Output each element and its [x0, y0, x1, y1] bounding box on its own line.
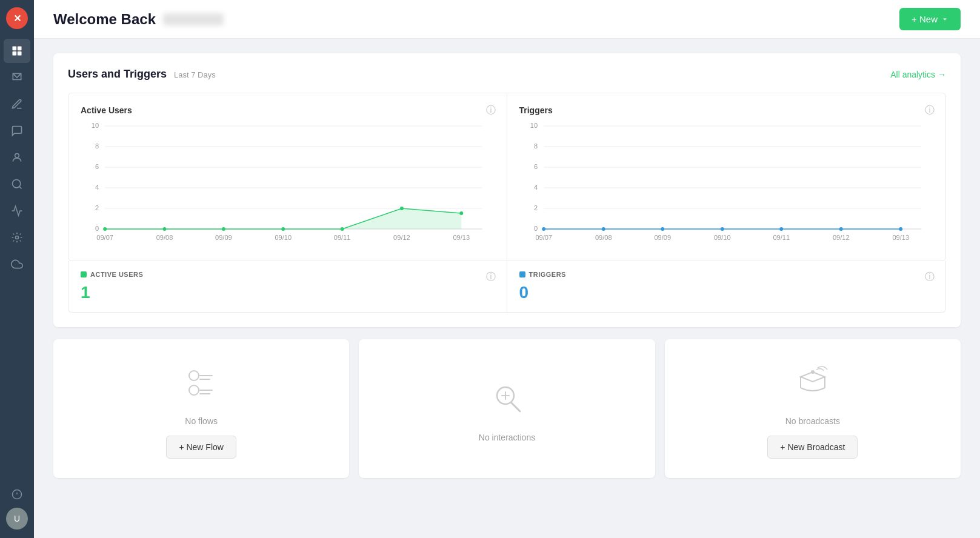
svg-text:6: 6: [533, 163, 537, 170]
svg-point-29: [341, 227, 344, 231]
svg-text:09/07: 09/07: [535, 234, 552, 241]
triggers-value: 0: [519, 283, 934, 302]
active-users-stat: ACTIVE USERS 1 ⓘ: [68, 261, 507, 312]
analytics-card: Users and Triggers Last 7 Days All analy…: [53, 53, 961, 327]
svg-point-55: [720, 227, 724, 231]
svg-point-66: [189, 371, 199, 380]
sidebar-item-users[interactable]: [4, 145, 30, 170]
flows-panel: No flows + New Flow: [53, 339, 349, 478]
svg-text:09/12: 09/12: [832, 234, 849, 241]
flows-empty-icon: [183, 364, 219, 407]
stats-row: ACTIVE USERS 1 ⓘ TRIGGERS 0 ⓘ: [68, 261, 946, 313]
sidebar-item-home[interactable]: [4, 39, 30, 63]
svg-point-7: [16, 236, 19, 239]
svg-text:09/07: 09/07: [96, 234, 113, 241]
svg-line-73: [512, 403, 520, 411]
triggers-label: TRIGGERS: [519, 271, 934, 278]
svg-text:2: 2: [533, 204, 537, 211]
interactions-panel: No interactions: [359, 339, 655, 478]
sidebar-item-search[interactable]: [4, 172, 30, 196]
svg-text:8: 8: [533, 142, 537, 150]
welcome-text: Welcome Back: [53, 11, 156, 28]
page-title: Welcome Back: [53, 11, 224, 28]
broadcasts-empty-icon: [795, 364, 831, 407]
content-area: Users and Triggers Last 7 Days All analy…: [34, 39, 980, 493]
svg-text:6: 6: [95, 163, 99, 170]
user-avatar: U: [6, 508, 28, 530]
sidebar-item-broadcasts[interactable]: [4, 92, 30, 116]
svg-point-28: [281, 227, 285, 231]
analytics-title-group: Users and Triggers Last 7 Days: [68, 68, 216, 81]
active-users-stat-info[interactable]: ⓘ: [486, 271, 496, 284]
svg-point-53: [601, 227, 605, 231]
svg-text:09/08: 09/08: [156, 234, 173, 241]
svg-point-26: [162, 227, 166, 231]
svg-line-6: [19, 187, 22, 189]
active-users-chart: 10 8 6 4 2 0: [81, 120, 495, 253]
broadcasts-empty-text: No broadcasts: [785, 416, 840, 426]
broadcasts-panel: No broadcasts + New Broadcast: [665, 339, 961, 478]
triggers-stat-info[interactable]: ⓘ: [925, 271, 935, 284]
svg-point-52: [542, 227, 545, 231]
svg-text:10: 10: [92, 122, 99, 129]
triggers-chart-title: Triggers: [519, 105, 934, 115]
svg-text:0: 0: [95, 225, 99, 232]
svg-point-57: [839, 227, 842, 231]
active-users-chart-panel: Active Users ⓘ 10: [68, 93, 507, 261]
svg-rect-1: [18, 47, 22, 51]
svg-text:8: 8: [95, 142, 99, 150]
sidebar-item-avatar[interactable]: U: [4, 506, 30, 531]
sidebar: ✕ U: [0, 0, 34, 538]
flows-empty-text: No flows: [185, 416, 218, 426]
sidebar-item-cloud[interactable]: [4, 252, 30, 276]
svg-text:09/11: 09/11: [334, 234, 351, 241]
charts-row: Active Users ⓘ 10: [68, 93, 946, 261]
svg-point-58: [899, 227, 902, 231]
new-flow-button[interactable]: + New Flow: [166, 436, 236, 459]
svg-text:09/12: 09/12: [393, 234, 410, 241]
svg-text:09/09: 09/09: [215, 234, 232, 241]
svg-text:4: 4: [95, 184, 99, 191]
sidebar-item-integrations[interactable]: [4, 225, 30, 250]
interactions-empty-text: No interactions: [479, 433, 535, 442]
new-button-label: + New: [912, 14, 938, 24]
active-users-value: 1: [81, 283, 495, 302]
active-users-info-icon[interactable]: ⓘ: [486, 104, 496, 117]
main-content: Welcome Back + New Users and Triggers La…: [34, 0, 980, 538]
svg-text:09/13: 09/13: [453, 234, 470, 241]
svg-point-76: [811, 370, 815, 374]
svg-text:2: 2: [95, 204, 99, 211]
active-users-label: ACTIVE USERS: [81, 271, 495, 278]
svg-rect-3: [18, 51, 22, 56]
sidebar-item-inbox[interactable]: [4, 65, 30, 90]
new-broadcast-button[interactable]: + New Broadcast: [767, 436, 858, 459]
svg-point-27: [222, 227, 225, 231]
svg-point-5: [13, 180, 21, 188]
triggers-stat: TRIGGERS 0 ⓘ: [507, 261, 946, 312]
triggers-info-icon[interactable]: ⓘ: [925, 104, 935, 117]
svg-point-31: [459, 211, 463, 215]
svg-text:09/13: 09/13: [892, 234, 909, 241]
svg-text:09/11: 09/11: [773, 234, 790, 241]
triggers-chart-panel: Triggers ⓘ 10 8: [507, 93, 946, 261]
svg-text:09/10: 09/10: [713, 234, 730, 241]
svg-rect-2: [13, 51, 17, 56]
svg-point-54: [661, 227, 664, 231]
svg-text:10: 10: [530, 122, 537, 129]
analytics-title: Users and Triggers: [68, 68, 167, 81]
svg-text:09/09: 09/09: [654, 234, 671, 241]
svg-point-25: [103, 227, 107, 231]
analytics-period: Last 7 Days: [174, 70, 216, 79]
all-analytics-link[interactable]: All analytics →: [890, 70, 946, 79]
header: Welcome Back + New: [34, 0, 980, 39]
username-blur: [163, 13, 224, 25]
active-users-dot: [81, 271, 87, 277]
sidebar-item-conversations[interactable]: [4, 119, 30, 143]
svg-text:09/10: 09/10: [275, 234, 292, 241]
new-button[interactable]: + New: [899, 8, 961, 30]
sidebar-item-info[interactable]: [4, 482, 30, 506]
sidebar-item-analytics[interactable]: [4, 199, 30, 223]
svg-point-4: [15, 153, 19, 158]
active-users-chart-title: Active Users: [81, 105, 495, 115]
app-logo[interactable]: ✕: [6, 7, 28, 29]
